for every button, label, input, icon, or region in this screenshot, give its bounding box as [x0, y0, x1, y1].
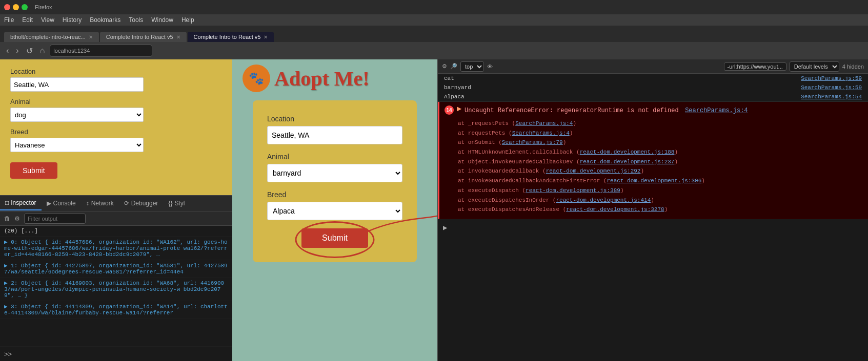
- stack-line-3: at HTMLUnknownElement.callCallback (reac…: [458, 147, 863, 157]
- sidebar-location-input[interactable]: [10, 77, 144, 92]
- error-stack-trace: at _requestPets (SearchParams.js:4) at r…: [439, 118, 868, 219]
- stack-line-8-link[interactable]: react-dom.development.js:414: [556, 197, 651, 203]
- console-line-2-text: ▶ 1: Object { id: 44275897, organization…: [4, 263, 228, 275]
- tab-2-close[interactable]: ✕: [176, 34, 180, 40]
- menu-view[interactable]: View: [41, 16, 54, 24]
- stack-line-4: at Object.invokeGuardedCallbackDev (reac…: [458, 157, 863, 167]
- filter-input[interactable]: [24, 214, 86, 224]
- tab-2-label: Complete Intro to React v5: [106, 34, 173, 40]
- stack-line-5: at invokeGuardedCallback (react-dom.deve…: [458, 166, 863, 176]
- tab-1-close[interactable]: ✕: [89, 34, 93, 40]
- sidebar-submit-button[interactable]: Submit: [10, 162, 57, 179]
- modal-submit-button[interactable]: Submit: [301, 228, 368, 248]
- devtools-tab-console[interactable]: ▶ Console: [42, 197, 81, 210]
- network-item-0-text: cat: [444, 75, 454, 81]
- stack-line-8: at executeDispatchesInOrder (react-dom.d…: [458, 196, 863, 205]
- stack-line-1-link[interactable]: SearchParams.js:4: [512, 130, 570, 136]
- modal-location-group: Location: [267, 115, 402, 144]
- tab-1-label: btholt/complete-intro-to-reac...: [10, 34, 86, 40]
- network-item-1-link[interactable]: SearchParams.js:59: [801, 84, 862, 91]
- stack-line-5-link[interactable]: react-dom.development.js:292: [546, 168, 641, 174]
- sidebar-breed-select[interactable]: Havanese: [10, 138, 144, 152]
- stack-line-2-link[interactable]: SearchParams.js:79: [502, 139, 563, 145]
- console-icon: ▶: [47, 200, 51, 207]
- url-filter-display: -url:https://www.yout...: [724, 62, 786, 71]
- console-line-0: (20) [...]: [0, 226, 232, 237]
- menu-history[interactable]: History: [63, 16, 82, 24]
- stack-line-7-link[interactable]: react-dom.development.js:389: [526, 187, 620, 194]
- sidebar-form: Location Animal dog Breed Havanese Submi…: [0, 59, 232, 195]
- network-label: Network: [91, 200, 114, 207]
- modal-form: Location Animal barnyard cat dog bird Br…: [253, 100, 417, 262]
- network-item-0-link[interactable]: SearchParams.js:59: [801, 75, 862, 81]
- menu-bookmarks[interactable]: Bookmarks: [90, 16, 120, 24]
- debugger-icon: ⟳: [124, 200, 129, 207]
- menu-file[interactable]: File: [4, 16, 14, 24]
- stack-line-6-link[interactable]: react-dom.development.js:306: [607, 178, 701, 184]
- style-icon: {}: [168, 200, 172, 207]
- reload-button[interactable]: ↺: [24, 45, 35, 57]
- sidebar-animal-select[interactable]: dog: [10, 108, 144, 122]
- menu-window[interactable]: Window: [151, 16, 173, 24]
- tab-3-label: Complete Intro to React v5: [194, 34, 261, 40]
- network-item-2-link[interactable]: SearchParams.js:54: [801, 94, 862, 100]
- network-errors-section: cat SearchParams.js:59 barnyard SearchPa…: [438, 74, 868, 102]
- levels-select[interactable]: Default levels: [790, 61, 839, 72]
- menu-edit[interactable]: Edit: [22, 16, 33, 24]
- console-label: Console: [53, 200, 76, 207]
- filter-icon[interactable]: ⚙: [14, 215, 20, 222]
- modal-animal-group: Animal barnyard cat dog bird: [267, 153, 402, 182]
- console-line-1-text: ▶ 0: Object { id: 44457686, organization…: [4, 239, 228, 258]
- close-button[interactable]: [4, 4, 10, 10]
- sidebar-animal-label: Animal: [10, 98, 222, 105]
- console-prompt-bar: >>: [0, 347, 232, 361]
- debugger-label: Debugger: [131, 200, 158, 207]
- stack-line-9-link[interactable]: react-dom.development.js:3278: [566, 206, 664, 213]
- stack-line-3-link[interactable]: react-dom.development.js:188: [580, 149, 675, 155]
- url-bar[interactable]: localhost:1234: [50, 45, 152, 57]
- url-text: localhost:1234: [53, 48, 90, 54]
- console-line-3: ▶ 2: Object { id: 44169003, organization…: [0, 278, 232, 301]
- tab-3[interactable]: Complete Intro to React v5 ✕: [188, 32, 274, 42]
- minimize-button[interactable]: [13, 4, 19, 10]
- error-message-container: Uncaught ReferenceError: regeneratorRunt…: [465, 105, 863, 114]
- modal-location-label: Location: [267, 115, 402, 123]
- error-message-text: Uncaught ReferenceError: regeneratorRunt…: [465, 107, 679, 114]
- back-button[interactable]: ‹: [4, 45, 11, 56]
- menu-tools[interactable]: Tools: [129, 16, 143, 24]
- console-line-4: ▶ 3: Object { id: 44114309, organization…: [0, 301, 232, 318]
- tab-1[interactable]: btholt/complete-intro-to-reac... ✕: [4, 32, 99, 42]
- stack-line-0-link[interactable]: SearchParams.js:4: [515, 120, 573, 126]
- tab-2[interactable]: Complete Intro to React v5 ✕: [100, 32, 187, 42]
- network-item-2: Alpaca SearchParams.js:54: [438, 92, 868, 101]
- stack-line-3-text: at HTMLUnknownElement.callCallback (: [458, 149, 580, 155]
- forward-button[interactable]: ›: [14, 45, 21, 56]
- devtools-panel: ⚙ 🔎 top 👁 -url:https://www.yout... Defau…: [437, 59, 868, 361]
- maximize-button[interactable]: [22, 4, 28, 10]
- devtools-tab-network[interactable]: ↕ Network: [81, 197, 119, 210]
- app-logo: 🐾: [243, 65, 270, 92]
- context-select[interactable]: top: [460, 61, 484, 72]
- devtools-icon: ⚙: [442, 63, 447, 70]
- home-button[interactable]: ⌂: [38, 45, 47, 56]
- network-item-0: cat SearchParams.js:59: [438, 74, 868, 83]
- menu-help[interactable]: Help: [181, 16, 194, 24]
- stack-line-2-text: at onSubmit (: [458, 139, 502, 145]
- modal-animal-select[interactable]: barnyard cat dog bird: [267, 164, 402, 182]
- modal-location-input[interactable]: [267, 126, 402, 144]
- devtools-tab-inspector[interactable]: □ Inspector: [0, 196, 42, 210]
- network-icon: ↕: [86, 200, 89, 207]
- nav-bar: ‹ › ↺ ⌂ localhost:1234: [0, 42, 868, 59]
- error-triangle-icon[interactable]: ▶: [457, 105, 461, 112]
- error-message-link[interactable]: SearchParams.js:4: [685, 107, 748, 114]
- stack-line-7-text: at executeDispatch (: [458, 187, 526, 194]
- trash-icon[interactable]: 🗑: [4, 215, 10, 222]
- stack-line-4-link[interactable]: react-dom.development.js:237: [580, 159, 675, 165]
- app-title: Adopt Me!: [274, 67, 370, 91]
- modal-breed-select[interactable]: Alpaca Cow Pig: [267, 202, 402, 220]
- console-output: (20) [...] ▶ 0: Object { id: 44457686, o…: [0, 226, 232, 347]
- devtools-tab-style[interactable]: {} Styl: [163, 197, 190, 210]
- devtools-tab-debugger[interactable]: ⟳ Debugger: [119, 197, 164, 210]
- stack-line-9: at executeDispatchesAndRelease (react-do…: [458, 205, 863, 215]
- tab-3-close[interactable]: ✕: [264, 34, 268, 40]
